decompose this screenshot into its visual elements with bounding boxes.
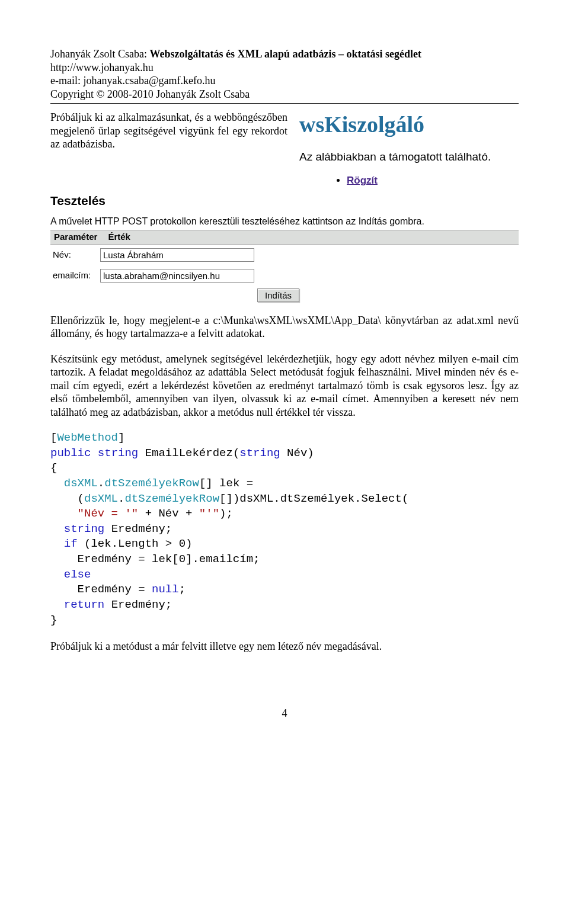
param-row-name: Név: bbox=[50, 245, 519, 265]
test-heading: Tesztelés bbox=[50, 193, 519, 208]
ws-subtitle: Az alábbiakban a támogatott található. bbox=[299, 150, 519, 164]
param-col-name: Paraméter bbox=[54, 232, 97, 243]
submit-button[interactable]: Indítás bbox=[257, 288, 299, 302]
test-description: A művelet HTTP POST protokollon keresztü… bbox=[50, 216, 519, 227]
param-label-email: emailcím: bbox=[53, 270, 100, 281]
param-row-email: emailcím: bbox=[50, 265, 519, 286]
code-block: [WebMethod] public string EmailLekérdez(… bbox=[50, 431, 519, 628]
page-number: 4 bbox=[50, 707, 519, 720]
header-title: Webszolgáltatás és XML alapú adatbázis –… bbox=[149, 48, 421, 60]
header-divider bbox=[50, 103, 519, 104]
intro-paragraph: Próbáljuk ki az alkalmazásunkat, és a we… bbox=[50, 111, 287, 151]
name-input[interactable] bbox=[100, 248, 254, 262]
tryout-paragraph: Próbáljuk ki a metódust a már felvitt il… bbox=[50, 640, 519, 653]
ws-op-link[interactable]: Rögzít bbox=[347, 175, 378, 186]
document-header: Johanyák Zsolt Csaba: Webszolgáltatás és… bbox=[50, 47, 519, 101]
email-input[interactable] bbox=[100, 269, 254, 283]
header-email: e-mail: johanyak.csaba@gamf.kefo.hu bbox=[50, 74, 519, 88]
param-col-value: Érték bbox=[108, 232, 130, 243]
header-copyright: Copyright © 2008-2010 Johanyák Zsolt Csa… bbox=[50, 88, 519, 101]
ws-op-list: Rögzít bbox=[323, 174, 519, 187]
param-table-header: Paraméter Érték bbox=[50, 230, 519, 245]
check-paragraph: Ellenőrizzük le, hogy megjelent-e a c:\M… bbox=[50, 314, 519, 341]
ws-logo: wsKiszolgáló bbox=[299, 111, 519, 139]
header-url: http://www.johanyak.hu bbox=[50, 61, 519, 75]
header-author: Johanyák Zsolt Csaba: bbox=[50, 48, 147, 60]
param-label-name: Név: bbox=[53, 249, 100, 261]
method-paragraph: Készítsünk egy metódust, amelynek segíts… bbox=[50, 352, 519, 419]
